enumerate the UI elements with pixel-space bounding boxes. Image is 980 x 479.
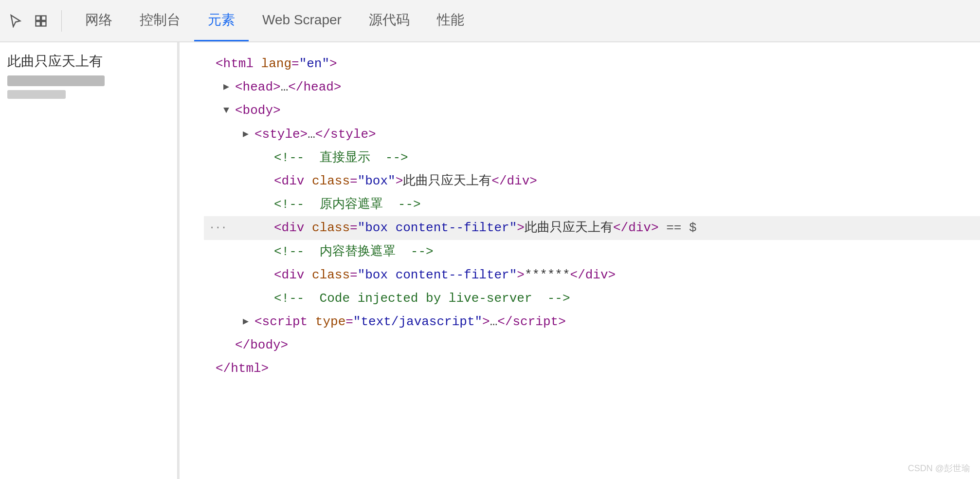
code-line-style[interactable]: <style>…</style> bbox=[204, 123, 980, 146]
code-line-div1[interactable]: <div class="box">此曲只应天上有</div> bbox=[204, 169, 980, 193]
expand-arrow-script[interactable] bbox=[243, 313, 253, 330]
code-line-head[interactable]: <head>…</head> bbox=[204, 75, 980, 99]
code-line-body[interactable]: <body> bbox=[204, 99, 980, 122]
main-content: 此曲只应天上有 <html lang="en"> <head>…</head> … bbox=[0, 42, 980, 479]
code-line-comment4[interactable]: <!-- Code injected by live-server --> bbox=[204, 287, 980, 310]
tab-elements[interactable]: 元素 bbox=[194, 0, 249, 41]
page-title: 此曲只应天上有 bbox=[7, 52, 170, 71]
code-line-html-close[interactable]: </html> bbox=[204, 357, 980, 380]
watermark: CSDN @彭世瑜 bbox=[908, 462, 970, 474]
svg-rect-1 bbox=[41, 16, 46, 20]
svg-rect-3 bbox=[41, 21, 46, 26]
left-panel: 此曲只应天上有 bbox=[0, 42, 178, 479]
devtools-tabs: 网络 控制台 元素 Web Scraper 源代码 性能 bbox=[72, 0, 478, 41]
inspect-element-button[interactable] bbox=[30, 10, 52, 32]
tab-performance[interactable]: 性能 bbox=[423, 0, 478, 41]
right-panel: <html lang="en"> <head>…</head> <body> <… bbox=[180, 42, 980, 479]
expand-arrow-body[interactable] bbox=[223, 102, 233, 119]
devtools-toolbar: 网络 控制台 元素 Web Scraper 源代码 性能 bbox=[0, 0, 980, 42]
tab-sources[interactable]: 源代码 bbox=[355, 0, 423, 41]
page-sub2-blurred bbox=[7, 90, 66, 99]
cursor-tool-button[interactable] bbox=[5, 10, 26, 32]
tab-network[interactable]: 网络 bbox=[72, 0, 126, 41]
expand-arrow-style[interactable] bbox=[243, 126, 253, 143]
expand-arrow-head[interactable] bbox=[223, 79, 233, 95]
code-line-script[interactable]: <script type="text/javascript">…</script… bbox=[204, 310, 980, 333]
code-line-html[interactable]: <html lang="en"> bbox=[204, 52, 980, 75]
tab-console[interactable]: 控制台 bbox=[126, 0, 194, 41]
code-line-comment3[interactable]: <!-- 内容替换遮罩 --> bbox=[204, 240, 980, 263]
svg-rect-2 bbox=[36, 21, 40, 26]
code-line-comment1[interactable]: <!-- 直接显示 --> bbox=[204, 146, 980, 169]
svg-rect-0 bbox=[36, 16, 40, 20]
line-dots: ··· bbox=[209, 219, 227, 237]
code-line-div3[interactable]: <div class="box content--filter">******<… bbox=[204, 263, 980, 287]
toolbar-icon-group bbox=[5, 10, 62, 32]
code-line-comment2[interactable]: <!-- 原内容遮罩 --> bbox=[204, 193, 980, 216]
page-subtitle-blurred bbox=[7, 75, 105, 86]
code-view: <html lang="en"> <head>…</head> <body> <… bbox=[180, 52, 980, 381]
code-line-div2-highlighted[interactable]: ··· <div class="box content--filter">此曲只… bbox=[204, 216, 980, 240]
code-line-body-close[interactable]: </body> bbox=[204, 333, 980, 357]
tab-webscraper[interactable]: Web Scraper bbox=[249, 0, 355, 41]
